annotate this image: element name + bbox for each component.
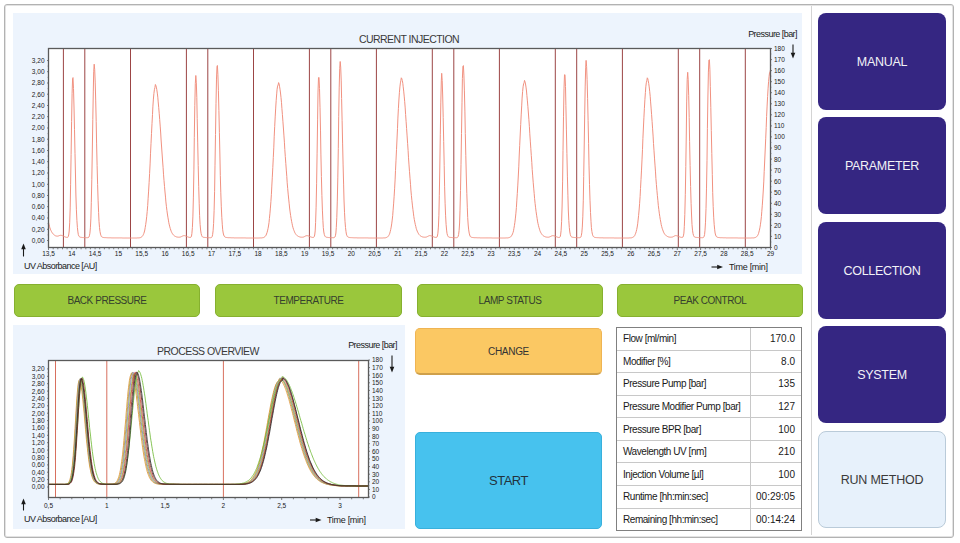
svg-text:80: 80 bbox=[372, 433, 380, 440]
svg-text:120: 120 bbox=[774, 111, 785, 118]
svg-text:100: 100 bbox=[372, 417, 383, 424]
svg-text:18,5: 18,5 bbox=[275, 250, 288, 257]
svg-text:16,5: 16,5 bbox=[182, 250, 195, 257]
svg-text:170: 170 bbox=[774, 56, 785, 63]
svg-text:2,40: 2,40 bbox=[32, 395, 45, 402]
svg-text:2,40: 2,40 bbox=[32, 102, 45, 109]
svg-text:2,80: 2,80 bbox=[32, 380, 45, 387]
svg-text:1,5: 1,5 bbox=[161, 502, 170, 509]
svg-text:1,20: 1,20 bbox=[32, 169, 45, 176]
svg-text:130: 130 bbox=[774, 100, 785, 107]
svg-text:2,60: 2,60 bbox=[32, 91, 45, 98]
svg-text:2: 2 bbox=[222, 502, 226, 509]
svg-text:0,00: 0,00 bbox=[32, 237, 45, 244]
svg-text:140: 140 bbox=[774, 89, 785, 96]
svg-text:2,80: 2,80 bbox=[32, 79, 45, 86]
svg-text:2,20: 2,20 bbox=[32, 113, 45, 120]
svg-text:90: 90 bbox=[774, 144, 782, 151]
svg-text:24: 24 bbox=[534, 250, 542, 257]
svg-text:25: 25 bbox=[581, 250, 589, 257]
svg-text:1,60: 1,60 bbox=[32, 147, 45, 154]
svg-text:2,60: 2,60 bbox=[32, 388, 45, 395]
svg-text:2,5: 2,5 bbox=[277, 502, 286, 509]
svg-text:10: 10 bbox=[372, 486, 380, 493]
svg-text:0,20: 0,20 bbox=[32, 226, 45, 233]
svg-text:10: 10 bbox=[774, 233, 782, 240]
svg-text:1,60: 1,60 bbox=[32, 424, 45, 431]
svg-text:160: 160 bbox=[372, 372, 383, 379]
svg-text:20: 20 bbox=[348, 250, 356, 257]
svg-text:27,5: 27,5 bbox=[694, 250, 707, 257]
svg-text:27: 27 bbox=[674, 250, 682, 257]
svg-text:2,00: 2,00 bbox=[32, 124, 45, 131]
svg-text:15,5: 15,5 bbox=[135, 250, 148, 257]
svg-text:1,80: 1,80 bbox=[32, 136, 45, 143]
svg-text:180: 180 bbox=[774, 45, 785, 52]
svg-text:100: 100 bbox=[774, 133, 785, 140]
svg-text:26,5: 26,5 bbox=[648, 250, 661, 257]
svg-text:0,00: 0,00 bbox=[32, 483, 45, 490]
svg-text:170: 170 bbox=[372, 364, 383, 371]
svg-text:90: 90 bbox=[372, 425, 380, 432]
svg-text:1,80: 1,80 bbox=[32, 417, 45, 424]
svg-text:19: 19 bbox=[301, 250, 309, 257]
svg-text:60: 60 bbox=[774, 178, 782, 185]
svg-text:60: 60 bbox=[372, 448, 380, 455]
svg-text:140: 140 bbox=[372, 387, 383, 394]
svg-text:3: 3 bbox=[338, 502, 342, 509]
svg-text:0: 0 bbox=[774, 244, 778, 251]
svg-text:150: 150 bbox=[774, 78, 785, 85]
svg-text:3,20: 3,20 bbox=[32, 365, 45, 372]
svg-text:0,5: 0,5 bbox=[44, 502, 53, 509]
svg-text:1: 1 bbox=[105, 502, 109, 509]
svg-text:14,5: 14,5 bbox=[89, 250, 102, 257]
svg-text:120: 120 bbox=[372, 402, 383, 409]
svg-text:30: 30 bbox=[372, 471, 380, 478]
svg-text:15: 15 bbox=[115, 250, 123, 257]
svg-text:130: 130 bbox=[372, 395, 383, 402]
svg-text:1,40: 1,40 bbox=[32, 432, 45, 439]
svg-text:2,20: 2,20 bbox=[32, 402, 45, 409]
svg-text:24,5: 24,5 bbox=[555, 250, 568, 257]
svg-text:30: 30 bbox=[774, 211, 782, 218]
svg-text:0: 0 bbox=[372, 493, 376, 500]
svg-text:28,5: 28,5 bbox=[741, 250, 754, 257]
svg-text:40: 40 bbox=[372, 463, 380, 470]
svg-text:14: 14 bbox=[68, 250, 76, 257]
svg-text:3,20: 3,20 bbox=[32, 57, 45, 64]
svg-text:26: 26 bbox=[627, 250, 635, 257]
svg-text:50: 50 bbox=[774, 189, 782, 196]
svg-text:150: 150 bbox=[372, 379, 383, 386]
svg-text:40: 40 bbox=[774, 200, 782, 207]
svg-text:18: 18 bbox=[254, 250, 262, 257]
svg-text:1,20: 1,20 bbox=[32, 439, 45, 446]
svg-text:1,00: 1,00 bbox=[32, 181, 45, 188]
svg-text:0,60: 0,60 bbox=[32, 461, 45, 468]
svg-text:23: 23 bbox=[487, 250, 495, 257]
svg-text:20: 20 bbox=[372, 478, 380, 485]
svg-text:70: 70 bbox=[372, 440, 380, 447]
svg-text:0,60: 0,60 bbox=[32, 203, 45, 210]
svg-text:3,00: 3,00 bbox=[32, 373, 45, 380]
svg-text:28: 28 bbox=[720, 250, 728, 257]
svg-text:22,5: 22,5 bbox=[461, 250, 474, 257]
svg-text:23,5: 23,5 bbox=[508, 250, 521, 257]
svg-text:21,5: 21,5 bbox=[415, 250, 428, 257]
svg-text:180: 180 bbox=[372, 356, 383, 363]
svg-text:20,5: 20,5 bbox=[368, 250, 381, 257]
svg-text:0,20: 0,20 bbox=[32, 476, 45, 483]
svg-text:0,80: 0,80 bbox=[32, 454, 45, 461]
svg-text:50: 50 bbox=[372, 455, 380, 462]
svg-text:3,00: 3,00 bbox=[32, 68, 45, 75]
svg-text:13,5: 13,5 bbox=[42, 250, 55, 257]
svg-text:17,5: 17,5 bbox=[228, 250, 241, 257]
svg-text:0,40: 0,40 bbox=[32, 469, 45, 476]
svg-text:70: 70 bbox=[774, 167, 782, 174]
svg-text:25,5: 25,5 bbox=[601, 250, 614, 257]
svg-text:0,40: 0,40 bbox=[32, 214, 45, 221]
svg-text:29: 29 bbox=[767, 250, 775, 257]
svg-text:22: 22 bbox=[441, 250, 449, 257]
svg-text:1,00: 1,00 bbox=[32, 447, 45, 454]
svg-text:2,00: 2,00 bbox=[32, 410, 45, 417]
svg-text:110: 110 bbox=[774, 122, 785, 129]
